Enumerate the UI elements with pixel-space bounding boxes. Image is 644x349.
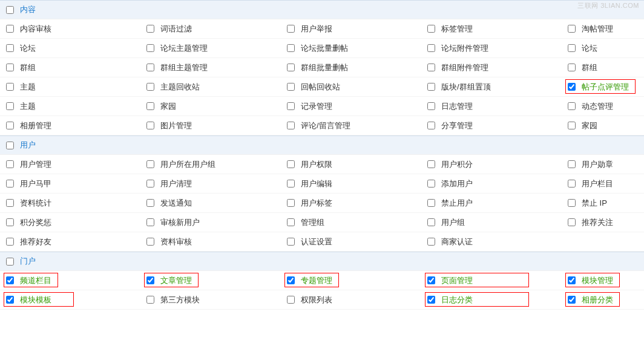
cell: 家园 [562, 116, 644, 135]
cell-label: 群组 [582, 62, 597, 73]
cell-label: 添加用户 [441, 178, 473, 189]
checkbox[interactable] [427, 180, 435, 188]
checkbox[interactable] [568, 122, 576, 129]
cell: 积分奖惩 [0, 213, 140, 232]
checkbox[interactable] [287, 122, 295, 129]
checkbox[interactable] [287, 160, 295, 168]
cell: 用户权限 [281, 155, 421, 174]
cell: 用户积分 [421, 155, 562, 174]
checkbox[interactable] [427, 238, 435, 246]
checkbox[interactable] [427, 296, 435, 304]
checkbox[interactable] [568, 276, 576, 284]
checkbox[interactable] [6, 44, 14, 52]
checkbox[interactable] [6, 25, 14, 33]
cell: 推荐关注 [562, 213, 644, 232]
checkbox[interactable] [287, 218, 295, 226]
checkbox[interactable] [6, 102, 14, 110]
cell-label: 相册管理 [20, 120, 51, 131]
cell-label: 论坛批量删帖 [301, 43, 348, 54]
checkbox[interactable] [427, 160, 435, 168]
cell-highlighted: 相册分类 [562, 290, 644, 310]
checkbox[interactable] [427, 199, 435, 207]
checkbox[interactable] [568, 296, 576, 304]
checkbox[interactable] [6, 122, 14, 129]
checkbox[interactable] [568, 180, 576, 188]
cell-label: 发送通知 [160, 198, 192, 209]
section-title-user: 用户 [20, 140, 36, 151]
checkbox[interactable] [287, 44, 295, 52]
cell-label: 淘帖管理 [582, 24, 613, 34]
checkbox[interactable] [427, 64, 435, 71]
checkbox[interactable] [427, 122, 435, 129]
cell: 内容审核 [0, 19, 140, 39]
checkbox[interactable] [6, 238, 14, 246]
checkbox[interactable] [427, 83, 435, 91]
cell: 用户栏目 [562, 174, 644, 194]
checkbox[interactable] [146, 64, 154, 71]
cell: 推荐好友 [0, 232, 140, 252]
checkbox[interactable] [427, 44, 435, 52]
checkbox[interactable] [146, 122, 154, 129]
checkbox[interactable] [568, 102, 576, 110]
checkbox[interactable] [146, 180, 154, 188]
checkbox[interactable] [568, 199, 576, 207]
cell-label: 模块模板 [20, 295, 51, 305]
checkbox[interactable] [146, 102, 154, 110]
cell-label: 回帖回收站 [301, 82, 340, 93]
checkbox[interactable] [6, 296, 14, 304]
checkbox[interactable] [146, 218, 154, 226]
cell-label: 词语过滤 [160, 24, 192, 34]
checkbox[interactable] [287, 199, 295, 207]
checkbox[interactable] [568, 25, 576, 33]
cell-label: 用户勋章 [582, 159, 613, 170]
cell-label: 帖子点评管理 [582, 82, 629, 93]
checkbox[interactable] [146, 276, 154, 284]
section-header-portal: 门户 [0, 252, 644, 270]
checkbox[interactable] [287, 296, 295, 304]
checkbox[interactable] [568, 218, 576, 226]
checkbox[interactable] [427, 102, 435, 110]
cell-label: 专题管理 [301, 275, 332, 286]
checkbox[interactable] [146, 44, 154, 52]
highlight-box [425, 292, 529, 307]
checkbox[interactable] [287, 180, 295, 188]
cell: 评论/留言管理 [281, 116, 421, 135]
cell: 论坛主题管理 [140, 39, 281, 58]
checkbox[interactable] [146, 296, 154, 304]
checkbox[interactable] [568, 160, 576, 168]
section-checkbox-content[interactable] [6, 6, 14, 14]
section-checkbox-user[interactable] [6, 142, 14, 149]
checkbox[interactable] [427, 25, 435, 33]
cell: 论坛附件管理 [421, 39, 562, 58]
checkbox[interactable] [287, 83, 295, 91]
checkbox[interactable] [146, 238, 154, 246]
checkbox[interactable] [287, 64, 295, 71]
section-checkbox-portal[interactable] [6, 258, 14, 266]
checkbox[interactable] [287, 238, 295, 246]
section-title-portal: 门户 [20, 256, 36, 267]
checkbox[interactable] [6, 160, 14, 168]
checkbox[interactable] [6, 276, 14, 284]
checkbox[interactable] [6, 180, 14, 188]
checkbox[interactable] [287, 102, 295, 110]
checkbox[interactable] [6, 64, 14, 71]
checkbox[interactable] [6, 218, 14, 226]
checkbox[interactable] [287, 276, 295, 284]
checkbox[interactable] [6, 199, 14, 207]
checkbox[interactable] [146, 160, 154, 168]
section-header-content: 内容 [0, 0, 644, 19]
cell-label: 用户标签 [301, 198, 332, 209]
checkbox[interactable] [427, 276, 435, 284]
checkbox[interactable] [146, 25, 154, 33]
checkbox[interactable] [146, 199, 154, 207]
grid-content: 内容审核 词语过滤 用户举报 标签管理 淘帖管理 论坛 论坛主题管理 论坛批量删… [0, 19, 644, 135]
cell: 群组 [0, 58, 140, 77]
checkbox[interactable] [427, 218, 435, 226]
checkbox[interactable] [568, 83, 576, 91]
checkbox[interactable] [146, 83, 154, 91]
checkbox[interactable] [287, 25, 295, 33]
cell: 用户举报 [281, 19, 421, 39]
checkbox[interactable] [568, 44, 576, 52]
checkbox[interactable] [568, 64, 576, 71]
checkbox[interactable] [6, 83, 14, 91]
